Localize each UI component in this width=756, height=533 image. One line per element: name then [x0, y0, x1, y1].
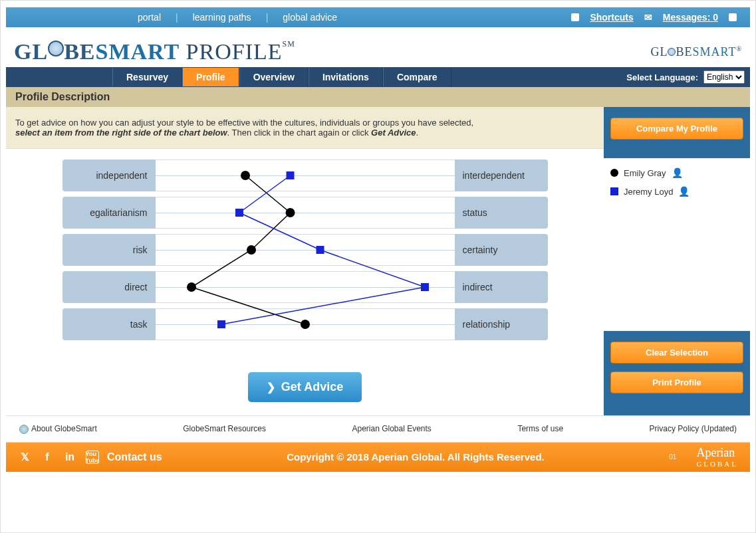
logo-text: BE — [676, 45, 692, 58]
chart-row[interactable]: taskrelationship — [63, 308, 548, 340]
dimension-right-label[interactable]: indirect — [455, 271, 548, 303]
logo-text: GL — [14, 39, 48, 64]
separator: | — [266, 12, 269, 23]
section-title: Profile Description — [6, 87, 750, 107]
contact-us-link[interactable]: Contact us — [107, 451, 162, 463]
dimension-right-label[interactable]: relationship — [455, 308, 548, 340]
clear-selection-button[interactable]: Clear Selection — [610, 342, 743, 364]
footer-link-terms[interactable]: Terms of use — [517, 424, 563, 434]
get-advice-button[interactable]: ❯ Get Advice — [248, 372, 362, 402]
chart-track[interactable] — [156, 160, 455, 191]
logo-text: SMART — [95, 39, 180, 64]
globe-icon — [48, 41, 64, 56]
dimension-right-label[interactable]: status — [455, 197, 548, 229]
topbar-link-portal[interactable]: portal — [132, 12, 166, 23]
bookmark-icon — [571, 13, 579, 21]
language-select[interactable]: English — [703, 70, 745, 84]
dimension-right-label[interactable]: certainty — [455, 234, 548, 266]
dimension-left-label: task — [63, 308, 156, 340]
footer-link-resources[interactable]: GlobeSmart Resources — [183, 424, 266, 434]
dimension-left-label: independent — [63, 160, 156, 191]
topbar-link-global-advice[interactable]: global advice — [277, 12, 342, 23]
linkedin-icon[interactable]: in — [63, 451, 76, 464]
logo-text: BE — [64, 39, 95, 64]
chart-row[interactable]: egalitarianismstatus — [63, 197, 548, 229]
chart-track[interactable] — [156, 197, 455, 229]
main-panel: To get advice on how you can adjust your… — [6, 107, 604, 415]
language-label: Select Language: — [626, 72, 698, 82]
logo-text: GL — [650, 45, 668, 58]
dimension-left-label: direct — [63, 271, 156, 303]
chart-row[interactable]: independentinterdependent — [63, 160, 548, 191]
legend: Emily Gray 👤Jeremy Loyd 👤 — [604, 158, 750, 331]
copyright-text: Copyright © 2018 Aperian Global. All Rig… — [162, 451, 670, 463]
side-panel: Compare My Profile Emily Gray 👤Jeremy Lo… — [604, 107, 750, 415]
facebook-icon[interactable]: f — [41, 451, 54, 464]
tab-overview[interactable]: Overview — [239, 68, 309, 86]
chart-row[interactable]: riskcertainty — [63, 234, 548, 266]
top-bar: portal | learning paths | global advice … — [6, 7, 750, 27]
topbar-link-learning-paths[interactable]: learning paths — [188, 12, 257, 23]
twitter-icon[interactable]: 𝕏 — [18, 451, 31, 464]
footer-number: 01 — [669, 453, 676, 461]
legend-item[interactable]: Jeremy Loyd 👤 — [610, 186, 743, 197]
main-logo: GLBESMART PROFILESM — [14, 39, 295, 64]
messages-link[interactable]: Messages: 0 — [663, 12, 718, 23]
footer-link-privacy[interactable]: Privacy Policy (Updated) — [650, 424, 737, 434]
tab-compare[interactable]: Compare — [383, 68, 451, 86]
person-icon: 👤 — [678, 186, 690, 197]
chart-track[interactable] — [156, 308, 455, 340]
footer-link-events[interactable]: Aperian Global Events — [352, 424, 431, 434]
profile-chart[interactable]: independentinterdependentegalitarianisms… — [63, 160, 548, 359]
sm-mark: SM — [283, 39, 295, 49]
main-nav: Resurvey Profile Overview Invitations Co… — [6, 67, 750, 87]
legend-label: Jeremy Loyd — [624, 187, 673, 197]
person-icon: 👤 — [672, 167, 683, 178]
tab-profile[interactable]: Profile — [182, 68, 239, 86]
reg-mark: ® — [736, 45, 742, 53]
circle-marker-icon — [610, 169, 618, 177]
tab-invitations[interactable]: Invitations — [309, 68, 383, 86]
separator: | — [176, 12, 178, 23]
dimension-left-label: risk — [63, 234, 156, 266]
secondary-logo: GLBESMART® — [650, 45, 742, 59]
youtube-icon[interactable]: YouTube — [86, 451, 99, 464]
square-marker-icon — [610, 187, 618, 195]
chart-track[interactable] — [156, 234, 455, 266]
tab-resurvey[interactable]: Resurvey — [112, 68, 182, 86]
button-label: Get Advice — [281, 380, 343, 393]
instructions-text: To get advice on how you can adjust your… — [6, 107, 604, 149]
legend-item[interactable]: Emily Gray 👤 — [610, 167, 743, 178]
compare-my-profile-button[interactable]: Compare My Profile — [610, 118, 743, 140]
logo-text: SMART — [692, 45, 736, 58]
chart-track[interactable] — [156, 271, 455, 303]
user-icon[interactable] — [729, 13, 737, 21]
footer-links: About GlobeSmart GlobeSmart Resources Ap… — [6, 415, 750, 443]
globe-icon — [668, 48, 676, 56]
chevron-right-icon: ❯ — [267, 381, 275, 393]
dimension-right-label[interactable]: interdependent — [455, 160, 548, 191]
footer-link-about[interactable]: About GlobeSmart — [19, 424, 97, 434]
shortcuts-link[interactable]: Shortcuts — [590, 12, 633, 23]
footer-brand: Aperian GLOBAL — [696, 446, 738, 468]
print-profile-button[interactable]: Print Profile — [610, 372, 743, 393]
dimension-left-label: egalitarianism — [63, 197, 156, 229]
logo-text: PROFILE — [180, 39, 282, 64]
legend-label: Emily Gray — [624, 168, 666, 178]
footer-bar: 𝕏 f in YouTube Contact us Copyright © 20… — [6, 443, 750, 472]
logo-row: GLBESMART PROFILESM GLBESMART® — [6, 27, 750, 67]
chart-row[interactable]: directindirect — [63, 271, 548, 303]
envelope-icon: ✉ — [644, 12, 652, 23]
